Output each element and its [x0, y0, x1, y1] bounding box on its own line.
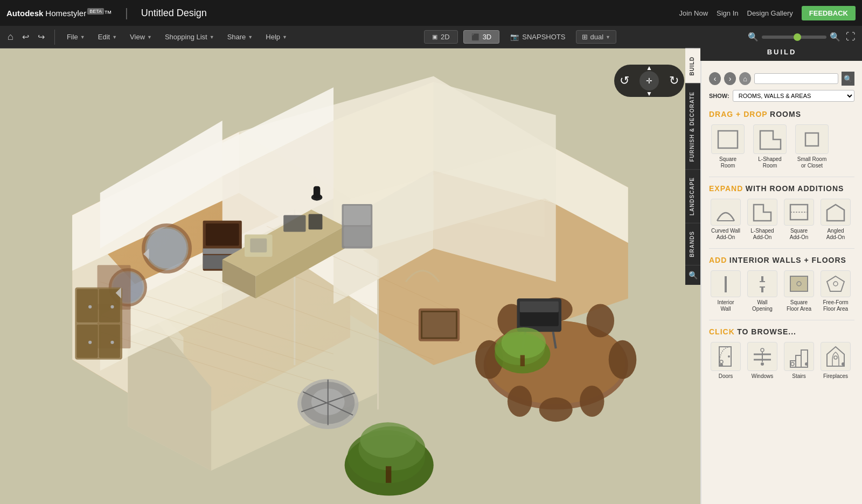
sign-in-link[interactable]: Sign In	[717, 9, 738, 17]
join-now-link[interactable]: Join Now	[679, 9, 708, 17]
build-panel-content: ‹ › ⌂ 🔍 SHOW: ROOMS, WALLS & AREAS ALL R…	[701, 66, 862, 504]
brand-name: Autodesk	[6, 9, 43, 18]
fireplaces-label: Fireplaces	[823, 373, 848, 380]
svg-rect-86	[283, 215, 305, 232]
edit-menu[interactable]: Edit ▼	[93, 31, 122, 43]
home-button[interactable]: ⌂	[4, 29, 17, 45]
square-floor-icon	[784, 270, 814, 297]
curved-wall-item[interactable]: Curved WallAdd-On	[709, 199, 742, 241]
panel-home-button[interactable]: ⌂	[739, 72, 751, 85]
windows-icon	[747, 342, 777, 371]
canvas-area[interactable]: ↺ ▲ ✛ ▼ ↻	[0, 48, 700, 504]
windows-label: Windows	[752, 373, 774, 380]
view-menu[interactable]: View ▼	[124, 31, 157, 43]
svg-rect-84	[344, 206, 371, 225]
title-bar-left: Autodesk HomestylerBETA™ | Untitled Desi…	[6, 6, 207, 20]
windows-item[interactable]: Windows	[746, 342, 779, 380]
expand-rooms-grid: Curved WallAdd-On L-ShapedAdd-On	[709, 199, 854, 241]
tab-build[interactable]: BUILD	[685, 48, 700, 83]
freeform-floor-item[interactable]: Free-FormFloor Area	[819, 270, 852, 312]
tab-landscape[interactable]: LANDSCAPE	[685, 169, 700, 223]
snapshots-button[interactable]: 📷 SNAPSHOTS	[505, 31, 571, 43]
2d-icon: ▣	[432, 33, 437, 40]
svg-rect-72	[77, 325, 98, 358]
l-shaped-addon-item[interactable]: L-ShapedAdd-On	[746, 199, 779, 241]
svg-marker-125	[827, 347, 844, 366]
square-addon-item[interactable]: SquareAdd-On	[782, 199, 816, 241]
panel-back-button[interactable]: ‹	[709, 72, 721, 85]
svg-point-112	[728, 355, 730, 358]
help-menu[interactable]: Help ▼	[260, 31, 293, 43]
interior-wall-icon	[711, 270, 741, 297]
rotate-right-button[interactable]: ↻	[669, 74, 679, 88]
l-shaped-room-label: L-ShapedRoom	[758, 156, 781, 169]
freeform-floor-icon	[821, 270, 851, 297]
svg-point-118	[761, 362, 764, 366]
zoom-bar[interactable]	[762, 36, 826, 39]
angled-addon-item[interactable]: AngledAdd-On	[819, 199, 852, 241]
interior-walls-grid: InteriorWall WallOpening	[709, 270, 854, 312]
svg-rect-82	[386, 466, 391, 483]
square-floor-item[interactable]: SquareFloor Area	[782, 270, 816, 312]
square-room-item[interactable]: SquareRoom	[709, 124, 747, 169]
svg-point-81	[360, 422, 416, 458]
angled-addon-icon	[821, 199, 851, 226]
panel-divider-3	[709, 320, 854, 320]
wall-opening-item[interactable]: WallOpening	[746, 270, 779, 312]
svg-rect-85	[344, 227, 371, 246]
pan-down-button[interactable]: ▼	[646, 90, 652, 97]
fireplaces-item[interactable]: Fireplaces	[819, 342, 852, 380]
svg-point-110	[833, 282, 838, 286]
panel-search-submit[interactable]: 🔍	[842, 72, 854, 86]
fullscreen-button[interactable]: ⛶	[844, 29, 858, 45]
svg-point-114	[720, 360, 723, 363]
svg-point-126	[842, 362, 845, 366]
svg-point-45	[539, 397, 573, 422]
interior-wall-label: InteriorWall	[717, 299, 734, 312]
panel-forward-button[interactable]: ›	[724, 72, 736, 85]
feedback-button[interactable]: FEEDBACK	[802, 6, 856, 20]
small-room-item[interactable]: Small Roomor Closet	[793, 124, 831, 169]
drag-drop-highlight: DRAG + DROP	[709, 110, 768, 118]
show-dropdown[interactable]: ROOMS, WALLS & AREAS ALL ROOMS ONLY	[733, 90, 854, 102]
drag-drop-rooms-grid: SquareRoom L-ShapedRoom	[709, 124, 854, 169]
redo-button[interactable]: ↪	[34, 30, 48, 44]
svg-point-64	[147, 228, 186, 268]
doors-icon	[711, 342, 741, 371]
panel-search-icon-button[interactable]: 🔍	[685, 265, 700, 285]
nav-center-target[interactable]: ✛	[639, 71, 659, 90]
freeform-floor-label: Free-FormFloor Area	[823, 299, 848, 312]
zoom-in-button[interactable]: 🔍	[830, 32, 840, 42]
dual-button[interactable]: ⊞ dual ▼	[576, 30, 616, 44]
design-gallery-link[interactable]: Design Gallery	[747, 9, 793, 17]
floor-plan-canvas[interactable]	[0, 48, 700, 504]
square-room-icon	[711, 124, 745, 154]
rotate-left-button[interactable]: ↺	[620, 74, 629, 88]
l-shaped-addon-icon	[747, 199, 777, 226]
interior-walls-section: ADD INTERIOR WALLS + FLOORS InteriorWall	[709, 255, 854, 312]
view-2d-button[interactable]: ▣ 2D	[424, 30, 458, 44]
panel-divider-2	[709, 248, 854, 249]
stairs-icon	[784, 342, 814, 371]
stairs-item[interactable]: Stairs	[782, 342, 816, 380]
svg-point-55	[502, 327, 546, 359]
svg-point-47	[580, 386, 604, 417]
zoom-out-button[interactable]: 🔍	[748, 32, 759, 42]
vertical-tabs-container: BUILD FURNISH & DECORATE LANDSCAPE BRAND…	[685, 48, 700, 285]
undo-button[interactable]: ↩	[19, 30, 32, 44]
shopping-list-menu[interactable]: Shopping List ▼	[159, 31, 220, 43]
doors-item[interactable]: Doors	[709, 342, 742, 380]
pan-up-button[interactable]: ▲	[646, 65, 652, 71]
svg-marker-109	[827, 276, 844, 291]
panel-search-input[interactable]	[754, 73, 838, 84]
share-menu[interactable]: Share ▼	[222, 31, 259, 43]
interior-wall-item[interactable]: InteriorWall	[709, 270, 742, 312]
tab-brands[interactable]: BRANDS	[685, 223, 700, 265]
add-highlight: ADD	[709, 256, 727, 264]
l-shaped-room-item[interactable]: L-ShapedRoom	[751, 124, 789, 169]
tab-furnish-decorate[interactable]: FURNISH & DECORATE	[685, 83, 700, 170]
nav-ring: ↺ ▲ ✛ ▼ ↻	[614, 65, 684, 97]
file-menu[interactable]: File ▼	[61, 31, 91, 43]
view-3d-button[interactable]: ⬛ 3D	[463, 30, 500, 44]
small-room-icon	[795, 124, 829, 154]
